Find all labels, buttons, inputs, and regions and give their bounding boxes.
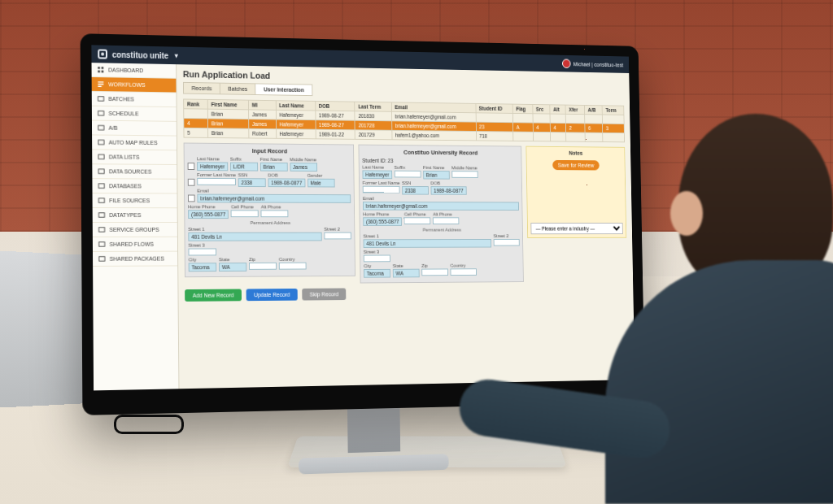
sidebar-item-databases[interactable]: DATABASES bbox=[92, 179, 177, 193]
svg-rect-7 bbox=[98, 140, 104, 144]
input-first-name[interactable]: Brian bbox=[260, 163, 288, 172]
input-perm-addr-label: Permanent Address bbox=[188, 220, 351, 225]
input-street2[interactable] bbox=[324, 232, 351, 240]
brand[interactable]: constituo unite ▼ bbox=[98, 49, 179, 60]
input-last-name[interactable]: Hafemeyer bbox=[197, 162, 228, 171]
univ-first-name[interactable]: Brian bbox=[423, 171, 450, 180]
univ-zip[interactable] bbox=[421, 268, 448, 276]
univ-state[interactable]: WA bbox=[393, 269, 420, 278]
row-checkbox[interactable] bbox=[188, 163, 195, 170]
univ-last-name[interactable]: Hafemeyer bbox=[362, 170, 392, 179]
univ-street1[interactable]: 481 Devils Ln bbox=[364, 239, 492, 248]
grid-header[interactable]: Alt bbox=[550, 105, 565, 115]
sidebar-item-workflows[interactable]: WORKFLOWS bbox=[92, 77, 177, 93]
input-suffix[interactable]: L/DR bbox=[230, 163, 258, 172]
input-state[interactable]: WA bbox=[219, 263, 246, 272]
input-dob[interactable]: 1989-08-0877 bbox=[268, 178, 304, 187]
table-cell: 5 bbox=[184, 128, 208, 137]
sidebar-item-auto-map-rules[interactable]: AUTO MAP RULES bbox=[92, 135, 177, 150]
input-cell-phone[interactable] bbox=[231, 210, 259, 217]
input-alt-phone[interactable] bbox=[261, 210, 289, 217]
row-checkbox[interactable] bbox=[188, 195, 195, 202]
grid-header[interactable]: MI bbox=[249, 100, 276, 110]
univ-ssn[interactable]: 2338 bbox=[402, 186, 429, 195]
univ-email[interactable]: brian.hafemeyer@gmail.com bbox=[363, 202, 519, 211]
univ-country[interactable] bbox=[451, 268, 477, 276]
sidebar-icon bbox=[97, 66, 104, 73]
input-street3[interactable] bbox=[189, 248, 217, 255]
sidebar-item-shared-flows[interactable]: SHARED FLOWS bbox=[93, 237, 177, 252]
tab-records[interactable]: Records bbox=[184, 83, 220, 93]
student-id-label: Student ID: bbox=[362, 158, 386, 163]
input-ssn[interactable]: 2338 bbox=[238, 178, 266, 187]
input-email[interactable]: brian.hafemeyer@gmail.com bbox=[197, 194, 351, 203]
input-former-last-name[interactable] bbox=[197, 178, 236, 185]
sidebar-item-dashboard[interactable]: DASHBOARD bbox=[92, 63, 177, 79]
input-gender[interactable]: Male bbox=[307, 179, 335, 188]
grid-header[interactable]: DOB bbox=[315, 101, 355, 111]
input-country[interactable] bbox=[279, 263, 307, 270]
sidebar-icon bbox=[98, 241, 106, 248]
table-cell bbox=[550, 114, 565, 124]
univ-city[interactable]: Tacoma bbox=[364, 269, 390, 278]
sidebar-item-shared-packages[interactable]: SHARED PACKAGES bbox=[93, 252, 177, 267]
table-cell bbox=[513, 113, 534, 123]
univ-former-last-name[interactable] bbox=[363, 186, 400, 193]
sidebar-item-a-b[interactable]: A/B bbox=[92, 121, 177, 137]
univ-cell-phone[interactable] bbox=[404, 217, 431, 224]
univ-street2[interactable] bbox=[494, 239, 520, 246]
table-cell: 201729 bbox=[355, 130, 391, 140]
sidebar-item-file-sources[interactable]: FILE SOURCES bbox=[93, 193, 177, 208]
sidebar-icon bbox=[98, 95, 105, 102]
row-checkbox[interactable] bbox=[188, 179, 195, 186]
univ-dob[interactable]: 1989-08-0877 bbox=[431, 186, 467, 195]
input-middle[interactable]: James bbox=[290, 163, 317, 172]
sidebar-item-data-sources[interactable]: DATA SOURCES bbox=[92, 164, 177, 179]
update-record-button[interactable]: Update Record bbox=[246, 289, 297, 301]
sidebar-item-schedule[interactable]: SCHEDULE bbox=[92, 106, 177, 122]
input-home-phone[interactable]: (360) 555-0877 bbox=[188, 210, 229, 219]
univ-suffix[interactable] bbox=[395, 171, 421, 178]
sidebar-item-batches[interactable]: BATCHES bbox=[92, 92, 177, 107]
sidebar-icon bbox=[98, 124, 105, 132]
grid-header[interactable]: Src bbox=[533, 104, 550, 114]
add-new-record-button[interactable]: Add New Record bbox=[185, 289, 242, 302]
sidebar-icon bbox=[98, 153, 105, 160]
sidebar-item-label: DATA LISTS bbox=[109, 154, 140, 159]
sidebar-icon bbox=[98, 138, 105, 146]
univ-street3[interactable] bbox=[364, 255, 390, 263]
sidebar-item-service-groups[interactable]: SERVICE GROUPS bbox=[93, 223, 177, 237]
app-screen: constituo unite ▼ Michael | constituo-te… bbox=[91, 45, 635, 390]
input-street1[interactable]: 481 Devils Ln bbox=[188, 232, 321, 241]
grid-header[interactable]: Student ID bbox=[476, 103, 513, 113]
svg-rect-15 bbox=[99, 257, 105, 261]
tab-user-interaction[interactable]: User Interaction bbox=[256, 84, 312, 95]
sidebar-item-label: AUTO MAP RULES bbox=[109, 140, 158, 146]
sidebar-item-label: DATATYPES bbox=[109, 212, 141, 218]
input-zip[interactable] bbox=[249, 263, 277, 270]
svg-rect-4 bbox=[98, 97, 104, 101]
sidebar-item-datatypes[interactable]: DATATYPES bbox=[93, 208, 177, 223]
grid-header[interactable]: Last Term bbox=[355, 102, 391, 111]
sidebar-item-label: SERVICE GROUPS bbox=[109, 227, 159, 232]
grid-header[interactable]: First Name bbox=[207, 99, 248, 109]
univ-home-phone[interactable]: (360) 555-0877 bbox=[363, 217, 402, 226]
grid-header[interactable]: Flag bbox=[512, 104, 533, 114]
user-chip[interactable]: Michael | constituo-test bbox=[562, 59, 624, 69]
univ-middle[interactable] bbox=[451, 171, 478, 178]
input-city[interactable]: Tacoma bbox=[189, 263, 217, 272]
sidebar-item-label: FILE SOURCES bbox=[109, 198, 150, 203]
grid-header[interactable]: Last Name bbox=[276, 101, 316, 111]
tab-batches[interactable]: Batches bbox=[220, 84, 256, 94]
sidebar-item-label: DATABASES bbox=[109, 183, 142, 189]
skip-record-button[interactable]: Skip Record bbox=[302, 288, 346, 300]
avatar-icon bbox=[562, 59, 571, 67]
action-row: Add New Record Update Record Skip Record bbox=[185, 286, 627, 302]
sidebar-item-label: WORKFLOWS bbox=[108, 81, 145, 88]
sidebar: DASHBOARDWORKFLOWSBATCHESSCHEDULEA/BAUTO… bbox=[92, 63, 180, 390]
table-cell bbox=[184, 109, 208, 119]
records-grid: RankFirst NameMILast NameDOBLast TermEma… bbox=[183, 98, 625, 142]
univ-alt-phone[interactable] bbox=[433, 217, 460, 224]
grid-header[interactable]: Rank bbox=[184, 99, 208, 109]
sidebar-item-data-lists[interactable]: DATA LISTS bbox=[92, 150, 177, 165]
